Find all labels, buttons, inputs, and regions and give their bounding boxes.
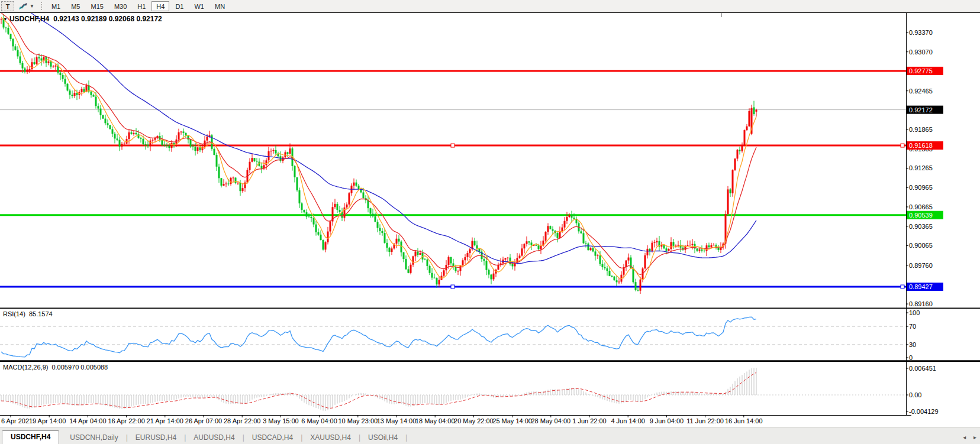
hline-handle[interactable] [901, 285, 904, 289]
hline-handle[interactable] [451, 285, 454, 289]
chart-header: ▼USDCHF,H40.92143 0.92189 0.92068 0.9217… [3, 15, 162, 23]
tab-usoil-h4[interactable]: USOil,H4 [361, 432, 405, 444]
svg-text:0.89760: 0.89760 [909, 262, 933, 269]
svg-text:0.90539: 0.90539 [909, 212, 933, 219]
macd-signal-line [1, 372, 756, 408]
ma-line-medium [1, 13, 756, 275]
tab-xauusd-h4[interactable]: XAUUSD,H4 [303, 432, 358, 444]
chart-shift-marker [721, 13, 722, 17]
svg-text:0.90365: 0.90365 [909, 223, 933, 230]
tab-usdcad-h4[interactable]: USDCAD,H4 [245, 432, 300, 444]
svg-text:20 May 22:00: 20 May 22:00 [454, 417, 494, 424]
svg-text:0.90065: 0.90065 [909, 242, 933, 249]
tab-bar: USDCHF,H4USDCNH,Daily|EURUSD,H4|AUDUSD,H… [0, 427, 980, 444]
time-axis[interactable]: 6 Apr 20219 Apr 14:0014 Apr 04:0016 Apr … [1, 415, 763, 424]
tab-separator: | [405, 433, 407, 442]
svg-text:0.90965: 0.90965 [909, 184, 933, 191]
svg-text:16 Apr 22:00: 16 Apr 22:00 [108, 417, 144, 424]
svg-text:0.92775: 0.92775 [909, 67, 933, 74]
ma-line-slow [1, 0, 756, 264]
mt4-terminal: T ▼ M1M5M15M30H1H4D1W1MN 0.933700.930700… [0, 0, 980, 444]
collapse-triangle-icon[interactable]: ▼ [3, 17, 8, 22]
svg-text:-0.004129: -0.004129 [909, 408, 939, 415]
pane-borders [0, 12, 980, 416]
tab-eurusd-h4[interactable]: EURUSD,H4 [128, 432, 183, 444]
ma-line-fast [1, 17, 756, 280]
tab-usdchf-h4[interactable]: USDCHF,H4 [2, 430, 59, 444]
price-axis[interactable]: 0.933700.930700.924650.918650.915650.912… [906, 29, 943, 415]
chart-canvas[interactable]: 0.933700.930700.924650.918650.915650.912… [0, 0, 980, 427]
chart-symbol: USDCHF,H4 [9, 15, 49, 23]
svg-text:25 May 14:00: 25 May 14:00 [492, 417, 532, 424]
svg-text:21 Apr 14:00: 21 Apr 14:00 [147, 417, 183, 424]
hline-handle[interactable] [901, 144, 904, 147]
svg-text:9 Apr 14:00: 9 Apr 14:00 [33, 417, 66, 424]
main-price-pane[interactable] [0, 0, 906, 294]
svg-text:28 May 04:00: 28 May 04:00 [531, 417, 570, 424]
svg-text:4 Jun 14:00: 4 Jun 14:00 [611, 417, 645, 424]
macd-title: MACD(12,26,9) [3, 364, 48, 371]
svg-text:0.92172: 0.92172 [909, 106, 933, 114]
chart-tabs: USDCHF,H4USDCNH,Daily|EURUSD,H4|AUDUSD,H… [2, 430, 980, 444]
svg-text:28 Apr 22:00: 28 Apr 22:00 [224, 417, 260, 424]
svg-text:0.90665: 0.90665 [909, 203, 933, 210]
candlestick-series [1, 14, 757, 294]
rsi-value: 85.1574 [29, 310, 53, 317]
svg-text:1 Jun 22:00: 1 Jun 22:00 [572, 417, 607, 424]
hline-handle[interactable] [451, 144, 454, 147]
svg-text:6 May 04:00: 6 May 04:00 [301, 417, 337, 424]
macd-label: MACD(12,26,9)0.005970 0.005088 [3, 364, 108, 371]
svg-text:3 May 15:00: 3 May 15:00 [263, 417, 299, 424]
macd-values: 0.005970 0.005088 [51, 364, 108, 371]
macd-histogram [1, 368, 756, 411]
rsi-label: RSI(14)85.1574 [3, 310, 53, 317]
tab-usdcnh-daily[interactable]: USDCNH,Daily [63, 432, 125, 444]
chart-ohlc-values: 0.92143 0.92189 0.92068 0.92172 [53, 15, 162, 23]
svg-text:30: 30 [909, 341, 916, 348]
svg-text:0: 0 [909, 354, 913, 361]
svg-text:0.89427: 0.89427 [909, 283, 933, 290]
svg-text:9 Jun 04:00: 9 Jun 04:00 [650, 417, 684, 424]
svg-text:14 Apr 04:00: 14 Apr 04:00 [69, 417, 106, 424]
rsi-line [1, 317, 756, 357]
svg-text:0.93070: 0.93070 [909, 48, 933, 56]
tab-separator: | [359, 433, 360, 442]
tab-separator: | [126, 433, 128, 442]
svg-text:70: 70 [909, 323, 916, 330]
tab-separator: | [243, 433, 244, 442]
svg-text:16 Jun 14:00: 16 Jun 14:00 [725, 417, 763, 424]
tab-audusd-h4[interactable]: AUDUSD,H4 [186, 432, 241, 444]
svg-text:0.89160: 0.89160 [909, 300, 933, 307]
svg-text:0.91618: 0.91618 [909, 142, 933, 149]
svg-text:0.00: 0.00 [909, 391, 921, 398]
svg-text:100: 100 [909, 309, 920, 316]
svg-text:0.91265: 0.91265 [909, 164, 933, 171]
tab-scroll-arrows: ◂ ▸ [957, 434, 976, 440]
rsi-title: RSI(14) [3, 310, 25, 317]
svg-text:18 May 04:00: 18 May 04:00 [415, 417, 455, 424]
svg-text:0.93370: 0.93370 [909, 29, 933, 36]
svg-text:6 Apr 2021: 6 Apr 2021 [1, 417, 33, 424]
tab-separator: | [301, 433, 302, 442]
tab-scroll-right-button[interactable]: ▸ [973, 434, 976, 440]
macd-pane[interactable] [0, 368, 906, 411]
svg-text:0.91865: 0.91865 [909, 126, 933, 133]
svg-text:10 May 23:00: 10 May 23:00 [338, 417, 378, 424]
svg-text:13 May 14:00: 13 May 14:00 [377, 417, 417, 424]
tab-separator: | [184, 433, 186, 442]
svg-text:0.006451: 0.006451 [909, 365, 936, 372]
tab-scroll-left-button[interactable]: ◂ [963, 434, 966, 440]
svg-text:0.92465: 0.92465 [909, 87, 933, 95]
svg-text:26 Apr 07:00: 26 Apr 07:00 [185, 417, 222, 424]
svg-text:11 Jun 22:00: 11 Jun 22:00 [686, 417, 724, 424]
rsi-pane[interactable] [0, 317, 906, 357]
